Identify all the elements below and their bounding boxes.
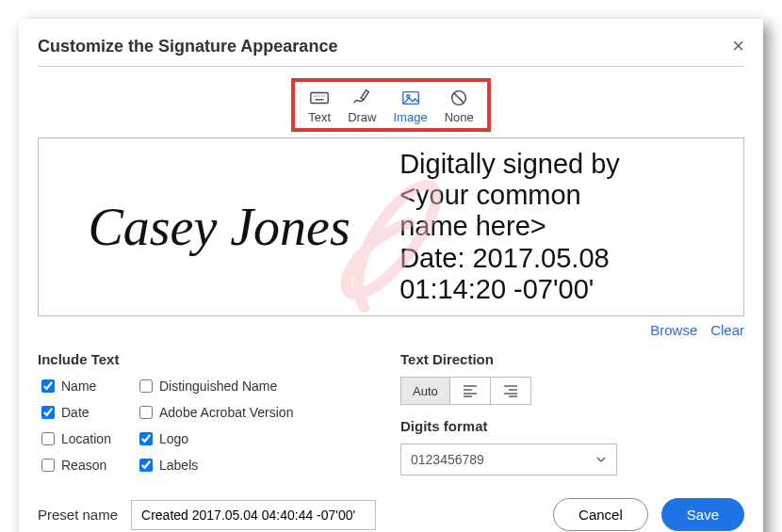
- image-icon: [400, 88, 421, 108]
- save-button[interactable]: Save: [661, 498, 744, 531]
- check-reason-label: Reason: [61, 458, 106, 473]
- include-text-section: Include Text Name Distinguished Name Dat…: [38, 351, 382, 476]
- check-location[interactable]: Location: [38, 429, 132, 448]
- tab-draw[interactable]: Draw: [348, 88, 376, 124]
- tab-label: Text: [308, 110, 331, 124]
- check-labels[interactable]: Labels: [136, 456, 324, 475]
- dialog-header: Customize the Signature Appearance ×: [38, 36, 744, 67]
- direction-ltr-button[interactable]: [449, 377, 491, 405]
- svg-line-10: [454, 93, 464, 103]
- svg-rect-0: [311, 93, 328, 104]
- preset-name-input[interactable]: [131, 500, 376, 530]
- tab-image[interactable]: Image: [393, 88, 427, 124]
- signature-preview: Casey Jones Digitally signed by <your co…: [38, 137, 744, 316]
- check-name-box[interactable]: [41, 379, 55, 393]
- check-date[interactable]: Date: [38, 403, 132, 422]
- signature-name-text: Casey Jones: [88, 201, 350, 253]
- check-logo-box[interactable]: [139, 432, 153, 445]
- check-date-box[interactable]: [41, 406, 55, 419]
- align-left-icon: [463, 384, 478, 397]
- clear-link[interactable]: Clear: [710, 322, 744, 338]
- keyboard-icon: [309, 88, 330, 108]
- tab-none[interactable]: None: [445, 88, 474, 124]
- digits-format-select[interactable]: 0123456789: [400, 443, 617, 476]
- dialog-footer: Preset name Cancel Save: [38, 498, 744, 531]
- check-logo[interactable]: Logo: [136, 429, 324, 448]
- chevron-down-icon: [595, 454, 607, 465]
- text-direction-label: Text Direction: [400, 351, 744, 367]
- signature-details-text: Digitally signed by <your common name he…: [399, 149, 620, 306]
- dialog-title: Customize the Signature Appearance: [38, 37, 337, 56]
- direction-rtl-button[interactable]: [490, 377, 531, 405]
- signature-source-tabs: Text Draw Image None: [291, 78, 490, 132]
- check-labels-box[interactable]: [139, 459, 153, 472]
- check-name-label: Name: [61, 379, 96, 394]
- tab-strip-wrap: Text Draw Image None: [38, 78, 744, 132]
- direction-auto-label: Auto: [413, 384, 438, 398]
- direction-auto-button[interactable]: Auto: [400, 377, 450, 405]
- preview-left: Casey Jones: [39, 138, 399, 315]
- check-date-label: Date: [61, 405, 90, 420]
- check-logo-label: Logo: [159, 431, 188, 446]
- check-location-label: Location: [61, 431, 111, 446]
- check-distinguished[interactable]: Distinguished Name: [136, 377, 324, 395]
- check-location-box[interactable]: [41, 432, 55, 445]
- check-acrobat-box[interactable]: [139, 406, 153, 419]
- text-direction-group: Auto: [400, 377, 744, 405]
- align-right-icon: [503, 384, 518, 397]
- check-labels-label: Labels: [159, 458, 198, 473]
- close-icon[interactable]: ×: [732, 36, 744, 56]
- none-icon: [448, 88, 469, 108]
- browse-link[interactable]: Browse: [650, 322, 697, 338]
- preview-actions: Browse Clear: [38, 322, 744, 338]
- check-name[interactable]: Name: [38, 377, 132, 395]
- digits-format-label: Digits format: [400, 418, 744, 434]
- signature-appearance-dialog: Customize the Signature Appearance × Tex…: [19, 19, 763, 532]
- digits-selected: 0123456789: [411, 452, 484, 467]
- check-reason[interactable]: Reason: [38, 456, 132, 475]
- preset-name-label: Preset name: [38, 507, 118, 523]
- check-distinguished-label: Distinguished Name: [159, 379, 277, 394]
- tab-text[interactable]: Text: [308, 88, 331, 124]
- check-acrobat-label: Adobe Acrobat Version: [159, 405, 293, 420]
- tab-label: Draw: [348, 110, 376, 124]
- preview-right: Digitally signed by <your common name he…: [399, 138, 743, 315]
- tab-label: None: [445, 110, 474, 124]
- include-text-label: Include Text: [38, 351, 382, 367]
- pen-icon: [351, 88, 372, 108]
- check-acrobat[interactable]: Adobe Acrobat Version: [136, 403, 324, 422]
- cancel-button[interactable]: Cancel: [553, 498, 648, 531]
- tab-label: Image: [393, 110, 427, 124]
- check-distinguished-box[interactable]: [139, 379, 153, 393]
- check-reason-box[interactable]: [41, 459, 55, 472]
